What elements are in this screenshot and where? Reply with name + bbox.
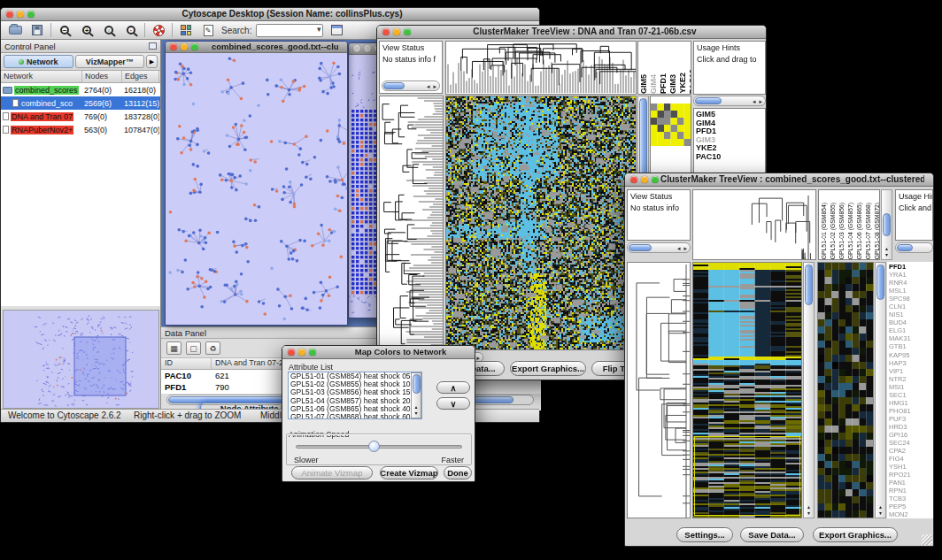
animate-vizmap-button[interactable]: Animate Vizmap: [291, 466, 373, 479]
gene-label[interactable]: NIS1: [887, 311, 933, 318]
zoom-heatmap[interactable]: [818, 263, 873, 518]
save-session-button[interactable]: [28, 22, 46, 38]
scroll-arrows-icon[interactable]: ▴▾: [882, 246, 892, 258]
column-labels-scrollbar[interactable]: ▴▾: [881, 189, 892, 260]
heatmap[interactable]: [446, 96, 636, 349]
treeview1-titlebar[interactable]: ClusterMaker TreeView : DNA and Tran 07-…: [377, 26, 766, 39]
zoom-button[interactable]: [652, 176, 659, 183]
gene-label[interactable]: RPN1: [887, 487, 933, 495]
select-attributes-button[interactable]: ▦: [166, 341, 181, 355]
gene-label[interactable]: PUF3: [887, 415, 933, 423]
attribute-list-scrollbar[interactable]: ▴▾: [411, 372, 421, 418]
create-vizmap-button[interactable]: Create Vizmap: [380, 466, 438, 479]
network-tree-row[interactable]: combined_scores2764(0)16218(0): [1, 83, 160, 96]
gene-label[interactable]: HAP3: [887, 359, 933, 367]
scroll-arrows-icon[interactable]: ◂ ▸: [427, 82, 437, 90]
minimize-button[interactable]: [364, 45, 371, 52]
gene-label[interactable]: KAP95: [887, 351, 933, 359]
gene-label[interactable]: GPI16: [887, 431, 933, 439]
scroll-arrows-icon[interactable]: ▴▾: [412, 404, 421, 417]
column-header[interactable]: Edges: [122, 71, 159, 82]
scrollbar-thumb[interactable]: [383, 82, 405, 89]
gene-label[interactable]: SEC1: [887, 391, 933, 399]
column-header[interactable]: Network: [1, 71, 82, 82]
column-dendrogram[interactable]: [693, 190, 815, 259]
zoom-button[interactable]: [191, 43, 198, 50]
gene-label[interactable]: PFD1: [887, 263, 933, 271]
minimize-button[interactable]: [17, 11, 24, 18]
gene-label[interactable]: MSL1: [887, 287, 933, 295]
resize-grip[interactable]: [922, 534, 932, 545]
scrollbar-thumb[interactable]: [695, 97, 722, 104]
close-button[interactable]: [630, 176, 637, 183]
heatmap[interactable]: [693, 263, 801, 518]
gene-label[interactable]: MAK31: [887, 334, 933, 342]
close-button[interactable]: [288, 349, 295, 356]
scrollbar-thumb[interactable]: [876, 265, 884, 300]
close-button[interactable]: [382, 28, 390, 35]
settings-button[interactable]: Settings...: [676, 527, 733, 542]
view-status-scrollbar[interactable]: ◂ ▸: [627, 242, 691, 253]
gene-label[interactable]: FIG4: [887, 455, 933, 463]
delete-attribute-button[interactable]: ♻: [205, 341, 220, 355]
zoom-in-button[interactable]: +: [78, 22, 96, 38]
row-dendrogram[interactable]: [628, 263, 690, 518]
minimize-button[interactable]: [181, 43, 188, 50]
gene-label[interactable]: RPO21: [887, 471, 933, 479]
usage-hints-scrollbar[interactable]: ◂ ▸: [693, 96, 766, 106]
network-canvas[interactable]: [166, 53, 347, 325]
gene-label[interactable]: PAN1: [887, 479, 933, 487]
annotation-button[interactable]: ✎: [199, 22, 217, 38]
minimize-button[interactable]: [393, 28, 400, 35]
gene-label[interactable]: PEP5: [887, 502, 933, 510]
export-graphics-button[interactable]: Export Graphics...: [510, 361, 586, 376]
network-titlebar[interactable]: combined_scores_good.txt--cluste...: [166, 42, 347, 53]
gene-label[interactable]: MON2: [887, 510, 933, 518]
minimap-heatmap[interactable]: [651, 104, 691, 146]
zoom-selected-button[interactable]: ·: [122, 22, 140, 38]
create-attribute-button[interactable]: ▢: [186, 341, 201, 355]
network-tree-row[interactable]: DNA and Tran 07769(0)183728(0): [1, 110, 160, 123]
zoom-heatmap-vscrollbar[interactable]: ▴▾: [875, 262, 886, 518]
network-view-window[interactable]: combined_scores_good.txt--cluste...: [165, 41, 348, 326]
gene-label[interactable]: YRA1: [887, 271, 933, 279]
gene-label[interactable]: SEC24: [887, 439, 933, 447]
column-header[interactable]: ID: [161, 358, 212, 369]
save-data-button[interactable]: Save Data...: [740, 527, 804, 542]
gene-label[interactable]: ELG1: [887, 326, 933, 334]
attribute-table-button[interactable]: [328, 22, 345, 38]
minimize-button[interactable]: [298, 349, 305, 356]
vizmapper-button[interactable]: [177, 22, 195, 38]
zoom-out-button[interactable]: −: [56, 22, 73, 38]
gene-label[interactable]: NTR2: [887, 375, 933, 383]
column-dendrogram[interactable]: [446, 42, 636, 94]
treeview2-titlebar[interactable]: ClusterMaker TreeView : combined_scores_…: [625, 173, 933, 187]
move-up-button[interactable]: ∧: [436, 381, 470, 394]
zoom-button[interactable]: [309, 349, 316, 356]
view-status-scrollbar[interactable]: ◂ ▸: [382, 81, 440, 91]
scrollbar-thumb[interactable]: [883, 213, 891, 236]
usage-hints-scrollbar[interactable]: [895, 242, 933, 253]
gene-label[interactable]: CLN1: [887, 303, 933, 311]
gene-label[interactable]: SPC98: [887, 295, 933, 303]
done-button[interactable]: Done: [444, 466, 472, 479]
scroll-arrows-icon[interactable]: ▴▾: [876, 504, 885, 517]
tab-network[interactable]: Network: [4, 55, 73, 68]
float-panel-icon[interactable]: [149, 42, 157, 50]
attribute-list[interactable]: GPL51-01 (GSM854) heat shock 05 minGPL51…: [288, 372, 422, 419]
close-button[interactable]: [353, 45, 360, 52]
gene-label[interactable]: RNR4: [887, 279, 933, 287]
gene-label[interactable]: MSI1: [887, 383, 933, 391]
tab-overflow-button[interactable]: ▶: [146, 55, 158, 68]
help-button[interactable]: [150, 22, 167, 38]
heatmap-vscrollbar[interactable]: ▴▾: [803, 262, 815, 518]
gene-label[interactable]: VIP1: [887, 367, 933, 375]
gene-label[interactable]: PHO81: [887, 407, 933, 415]
gene-label[interactable]: HRD3: [887, 423, 933, 431]
scrollbar-thumb[interactable]: [629, 244, 652, 251]
network-tree-row[interactable]: RNAPuberNov2+563(0)107847(0): [1, 123, 160, 136]
scrollbar-thumb[interactable]: [897, 244, 913, 251]
zoom-button[interactable]: [27, 11, 35, 18]
zoom-button[interactable]: [404, 28, 411, 35]
scrollbar-thumb[interactable]: [413, 374, 421, 394]
